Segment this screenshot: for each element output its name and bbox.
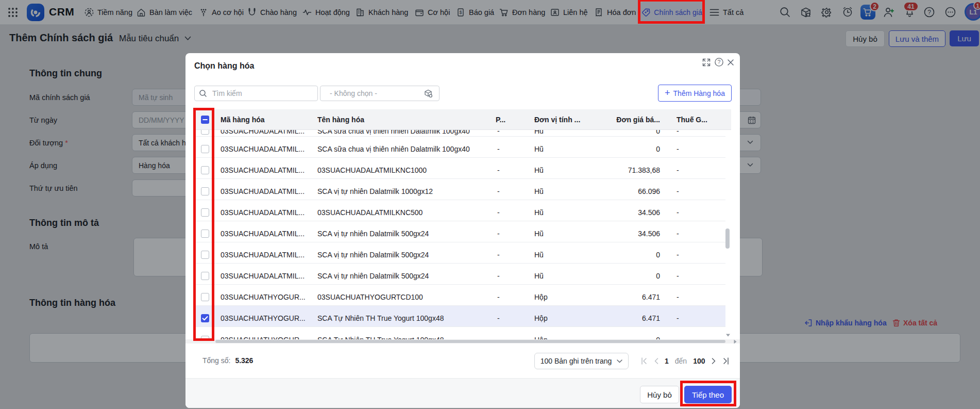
svg-text:?: ? — [718, 59, 721, 65]
